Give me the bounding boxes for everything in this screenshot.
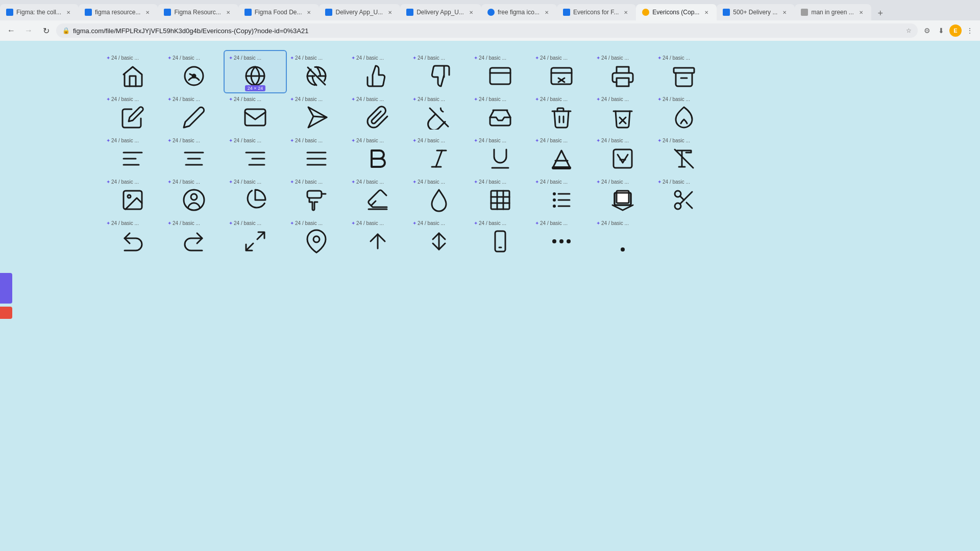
tab-close-9[interactable]: ✕ (702, 8, 710, 16)
icon-pie-chart[interactable]: ✦ 24 / basic ... (225, 175, 286, 216)
icon-paperclip-off[interactable]: ✦ 24 / basic ... (408, 92, 470, 134)
icon-archive[interactable]: ✦ 24 / basic ... (653, 51, 715, 92)
star-icon[interactable]: ☆ (906, 27, 912, 34)
tab-free-figma[interactable]: free figma ico... ✕ (481, 4, 557, 20)
icon-bold[interactable]: ✦ 24 / basic ... (347, 134, 408, 175)
icon-image[interactable]: ✦ 24 / basic ... (102, 175, 163, 216)
icon-row-3: ✦ 24 / basic ... ✦ 24 / basic ... ✦ 24 /… (102, 134, 980, 175)
icon-align-left[interactable]: ✦ 24 / basic ... (102, 134, 163, 175)
icon-printer[interactable]: ✦ 24 / basic ... (592, 51, 653, 92)
icon-scissors[interactable]: ✦ 24 / basic ... (653, 175, 715, 216)
icon-globe-off[interactable]: ✦ 24 / basic ... (286, 51, 347, 92)
icon-location-pin[interactable]: ✦ 24 / basic ... (286, 216, 347, 258)
extensions-icon[interactable]: ⚙ (921, 24, 933, 37)
menu-icon[interactable]: ⋮ (964, 24, 976, 37)
icon-list[interactable]: ✦ 24 / basic ... (531, 175, 592, 216)
icon-phone[interactable]: ✦ 24 / basic ... (470, 216, 531, 258)
icon-fire[interactable]: ✦ 24 / basic ... (653, 92, 715, 134)
icon-paperclip[interactable]: ✦ 24 / basic ... (347, 92, 408, 134)
icon-row-2: ✦ 24 / basic ... ✦ 24 / basic ... ✦ 24 /… (102, 92, 980, 134)
tab-favicon-1 (6, 9, 13, 16)
tab-500-delivery[interactable]: 500+ Delivery ... ✕ (717, 4, 795, 20)
tab-close-10[interactable]: ✕ (780, 8, 789, 16)
canvas-area: ✦ 24 / basic ... ✦ 24 / basic ... ✦ 24 /… (0, 41, 980, 551)
tab-delivery2[interactable]: Delivery App_U... ✕ (400, 4, 481, 20)
icon-align-justify[interactable]: ✦ 24 / basic ... (286, 134, 347, 175)
new-tab-button[interactable]: + (873, 6, 888, 20)
icon-arrow-expand[interactable]: ✦ 24 / basic ... (225, 216, 286, 258)
icon-underline[interactable]: ✦ 24 / basic ... (470, 134, 531, 175)
tab-close-7[interactable]: ✕ (543, 8, 551, 16)
tab-evericons-for[interactable]: Evericons for F... ✕ (557, 4, 636, 20)
forward-button[interactable]: → (21, 23, 36, 38)
tab-close-5[interactable]: ✕ (386, 8, 394, 16)
icon-browser-x[interactable]: ✦ 24 / basic ... (531, 51, 592, 92)
tab-label-10: 500+ Delivery ... (733, 9, 777, 16)
icon-browser[interactable]: ✦ 24 / basic ... (470, 51, 531, 92)
tab-close-4[interactable]: ✕ (305, 8, 313, 16)
icon-paint-roller[interactable]: ✦ 24 / basic ... (286, 175, 347, 216)
address-bar[interactable]: 🔒 figma.com/file/MFPLRxJYjVFL59hK3d0g4b/… (56, 23, 918, 38)
icon-text-box[interactable]: ✦ 24 / basic ... (592, 134, 653, 175)
icon-arrow-undo[interactable]: ✦ 24 / basic ... (102, 216, 163, 258)
icon-mail[interactable]: ✦ 24 / basic ... (225, 92, 286, 134)
icon-user-circle[interactable]: ✦ 24 / basic ... (163, 175, 225, 216)
thumbs-up-svg (365, 64, 390, 88)
icon-inbox[interactable]: ✦ 24 / basic ... (470, 92, 531, 134)
icon-dot[interactable]: ✦ 24 / basic ... (592, 216, 653, 258)
icon-edit[interactable]: ✦ 24 / basic ... (163, 92, 225, 134)
icon-dots[interactable]: ✦ 24 / basic ... (531, 216, 592, 258)
icon-layers[interactable]: ✦ 24 / basic ... (592, 175, 653, 216)
icon-text-off[interactable]: ✦ 24 / basic ... (653, 134, 715, 175)
icon-grid-container: ✦ 24 / basic ... ✦ 24 / basic ... ✦ 24 /… (0, 41, 980, 551)
align-justify-svg (304, 146, 329, 171)
icon-send[interactable]: ✦ 24 / basic ... (286, 92, 347, 134)
svg-line-50 (372, 201, 376, 205)
icon-pencil[interactable]: ✦ 24 / basic ... (102, 92, 163, 134)
tab-close-2[interactable]: ✕ (143, 8, 152, 16)
tab-label-9: Evericons (Cop... (652, 9, 699, 16)
icon-speedometer[interactable]: ✦ 24 / basic ... (163, 51, 225, 92)
tab-close-8[interactable]: ✕ (622, 8, 630, 16)
icon-trash[interactable]: ✦ 24 / basic ... (531, 92, 592, 134)
icon-align-center[interactable]: ✦ 24 / basic ... (163, 134, 225, 175)
tab-close-6[interactable]: ✕ (467, 8, 475, 16)
refresh-button[interactable]: ↻ (39, 23, 53, 38)
profile-avatar[interactable]: E (949, 24, 962, 37)
svg-point-79 (621, 247, 625, 252)
downloads-icon[interactable]: ⬇ (935, 24, 947, 37)
tab-delivery1[interactable]: Delivery App_U... ✕ (319, 4, 400, 20)
tab-label-11: man in green ... (811, 9, 853, 16)
icon-thumbs-up[interactable]: ✦ 24 / basic ... (347, 51, 408, 92)
tab-man-green[interactable]: man in green ... ✕ (795, 4, 871, 20)
tab-figma-coll[interactable]: Figma: the coll... ✕ (0, 4, 79, 20)
icon-thumbs-down[interactable]: ✦ 24 / basic ... (408, 51, 470, 92)
svg-point-78 (567, 239, 571, 243)
tab-figma-res2[interactable]: Figma Resourc... ✕ (158, 4, 238, 20)
icon-home[interactable]: ✦ 24 / basic ... (102, 51, 163, 92)
icon-globe[interactable]: ✦ 24 / basic ... 24 × 24 (225, 51, 286, 92)
back-button[interactable]: ← (4, 23, 18, 38)
icon-align-right[interactable]: ✦ 24 / basic ... (225, 134, 286, 175)
tab-close-3[interactable]: ✕ (224, 8, 232, 16)
tab-close-1[interactable]: ✕ (64, 8, 72, 16)
tab-figma-food[interactable]: Figma Food De... ✕ (238, 4, 320, 20)
icon-drop[interactable]: ✦ 24 / basic ... (408, 175, 470, 216)
icon-text-color[interactable]: ✦ 24 / basic ... (531, 134, 592, 175)
speedometer-svg (182, 64, 206, 88)
tab-close-11[interactable]: ✕ (857, 8, 865, 16)
tab-evericons-copy[interactable]: Evericons (Cop... ✕ (636, 4, 717, 20)
icon-trash-x[interactable]: ✦ 24 / basic ... (592, 92, 653, 134)
icon-arrow-vert[interactable]: ✦ 24 / basic ... (408, 216, 470, 258)
icon-table[interactable]: ✦ 24 / basic ... (470, 175, 531, 216)
icon-italic[interactable]: ✦ 24 / basic ... (408, 134, 470, 175)
icon-eraser[interactable]: ✦ 24 / basic ... (347, 175, 408, 216)
icon-arrow-up[interactable]: ✦ 24 / basic ... (347, 216, 408, 258)
trash-svg (549, 105, 574, 130)
tab-favicon-10 (723, 9, 730, 16)
svg-point-71 (313, 236, 320, 242)
svg-point-62 (553, 205, 556, 208)
icon-arrow-redo[interactable]: ✦ 24 / basic ... (163, 216, 225, 258)
svg-rect-74 (495, 231, 505, 252)
tab-figma-res1[interactable]: figma resource... ✕ (79, 4, 158, 20)
